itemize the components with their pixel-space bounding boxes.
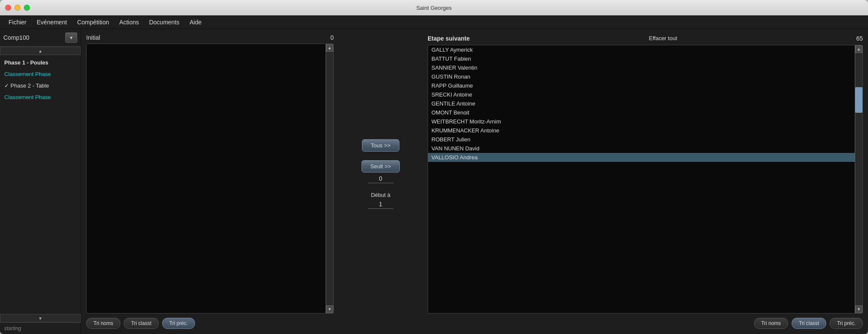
right-scroll-track[interactable] [855, 53, 862, 305]
seult-row: Seult >> [361, 160, 400, 183]
left-sort-buttons: Tri noms Tri classt Tri préc. [86, 318, 195, 329]
menu-bar: Fichier Evénement Compétition Actions Do… [0, 15, 868, 29]
left-tri-classt-button[interactable]: Tri classt [124, 318, 159, 329]
seult-input[interactable] [368, 174, 393, 183]
seult-button[interactable]: Seult >> [361, 160, 400, 173]
main-window: Saint Georges Fichier Evénement Compétit… [0, 0, 868, 334]
sidebar-status: starting [0, 322, 81, 334]
right-list-box: GALLY Aymerick BATTUT Fabien SANNIER Val… [428, 45, 863, 313]
sidebar-scroll-up[interactable]: ▲ [0, 47, 81, 55]
list-item[interactable]: SANNIER Valentin [428, 63, 855, 72]
right-tri-prec-button[interactable]: Tri préc. [830, 318, 863, 329]
window-title: Saint Georges [416, 5, 451, 11]
menu-fichier[interactable]: Fichier [3, 17, 32, 27]
bottom-buttons: Tri noms Tri classt Tri préc. Tri noms T… [86, 318, 863, 329]
debut-input[interactable] [368, 200, 393, 209]
right-tri-noms-button[interactable]: Tri noms [754, 318, 788, 329]
left-scroll-track[interactable] [326, 52, 333, 305]
effacer-tout-button[interactable]: Effacer tout [646, 34, 681, 42]
sidebar-nav: Phase 1 - Poules Classement Phase ✓ Phas… [0, 55, 81, 314]
initial-label: Initial [86, 34, 100, 41]
right-sort-buttons: Tri noms Tri classt Tri préc. [754, 318, 863, 329]
close-button[interactable] [5, 5, 11, 11]
right-list-items[interactable]: GALLY Aymerick BATTUT Fabien SANNIER Val… [428, 45, 855, 313]
left-panel-header: Initial 0 [86, 34, 334, 41]
etape-label: Etape suivante [428, 35, 470, 42]
right-list-panel: Etape suivante Effacer tout 65 GALLY Aym… [428, 34, 863, 313]
main-content: Comp100 ▼ ▲ Phase 1 - Poules Classement … [0, 29, 868, 334]
list-item[interactable]: OMONT Benoit [428, 108, 855, 117]
list-item[interactable]: GUSTIN Ronan [428, 72, 855, 81]
list-item[interactable]: RAPP Guillaume [428, 81, 855, 90]
left-scroll-up[interactable]: ▲ [326, 44, 333, 52]
title-bar: Saint Georges [0, 0, 868, 15]
maximize-button[interactable] [24, 5, 30, 11]
scroll-thumb [855, 87, 862, 113]
sidebar-scroll-down[interactable]: ▼ [0, 314, 81, 322]
right-scroll-down[interactable]: ▼ [855, 305, 862, 313]
right-tri-classt-button[interactable]: Tri classt [792, 318, 827, 329]
right-list-header: Etape suivante Effacer tout 65 [428, 34, 863, 42]
menu-evenement[interactable]: Evénement [32, 17, 72, 27]
right-panel: Initial 0 ▲ ▼ [81, 29, 868, 334]
list-item[interactable]: GENTILE Antoine [428, 99, 855, 108]
sidebar-item-classement1[interactable]: Classement Phase [0, 68, 81, 80]
list-item[interactable]: KRUMMENACKER Antoine [428, 126, 855, 135]
count-label: 65 [856, 35, 863, 42]
list-item[interactable]: BATTUT Fabien [428, 54, 855, 63]
menu-aide[interactable]: Aide [184, 17, 207, 27]
sidebar-header: Comp100 ▼ [0, 29, 81, 47]
minimize-button[interactable] [15, 5, 20, 11]
initial-value: 0 [330, 34, 334, 41]
sidebar: Comp100 ▼ ▲ Phase 1 - Poules Classement … [0, 29, 81, 334]
right-scrollbar: ▲ ▼ [855, 45, 862, 313]
window-controls [5, 5, 30, 11]
menu-documents[interactable]: Documents [144, 17, 184, 27]
transfer-area: Initial 0 ▲ ▼ [86, 34, 863, 313]
left-tri-noms-button[interactable]: Tri noms [86, 318, 120, 329]
sidebar-item-phase2[interactable]: ✓ Phase 2 - Table [0, 80, 81, 91]
menu-actions[interactable]: Actions [114, 17, 144, 27]
list-item[interactable]: VAN NUNEN David [428, 144, 855, 153]
left-tri-prec-button[interactable]: Tri préc. [162, 318, 195, 329]
tous-button[interactable]: Tous >> [362, 139, 399, 152]
left-scrollbar: ▲ ▼ [326, 44, 333, 313]
list-item-selected[interactable]: VALLOSIO Andrea [428, 153, 855, 162]
sidebar-item-phase1[interactable]: Phase 1 - Poules [0, 57, 81, 68]
debut-label: Début à [371, 192, 390, 198]
sidebar-item-classement2[interactable]: Classement Phase [0, 91, 81, 103]
right-scroll-up[interactable]: ▲ [855, 45, 862, 53]
list-item[interactable]: ROBERT Julien [428, 135, 855, 144]
left-list-panel: Initial 0 ▲ ▼ [86, 34, 334, 313]
debut-row: Début à [368, 192, 393, 209]
left-scroll-down[interactable]: ▼ [326, 305, 333, 313]
list-item[interactable]: WEITBRECHT Moritz-Arnim [428, 117, 855, 126]
middle-controls: Tous >> Seult >> Début à [338, 34, 423, 313]
left-list-box: ▲ ▼ [86, 44, 334, 313]
comp-label: Comp100 [3, 34, 62, 41]
list-item[interactable]: GALLY Aymerick [428, 45, 855, 54]
left-list-items[interactable] [87, 44, 326, 313]
list-item[interactable]: SRECKI Antoine [428, 90, 855, 99]
menu-competition[interactable]: Compétition [72, 17, 114, 27]
comp-dropdown-button[interactable]: ▼ [65, 32, 77, 43]
